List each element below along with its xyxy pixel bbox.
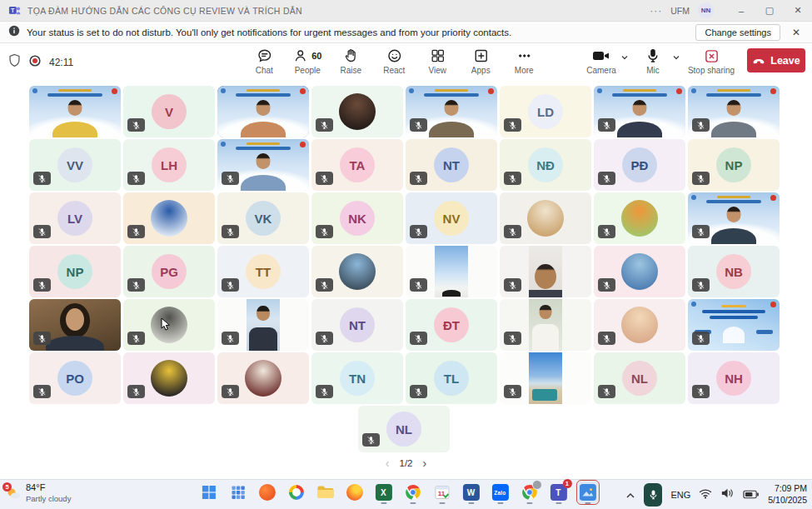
toolbar-people-button[interactable]: 60People bbox=[289, 47, 326, 75]
participant-tile[interactable]: TL bbox=[406, 352, 497, 404]
taskbar-chrome-icon[interactable] bbox=[402, 482, 422, 503]
participant-tile[interactable] bbox=[500, 246, 591, 297]
toolbar-view-button[interactable]: View bbox=[419, 47, 456, 75]
camera-button[interactable]: Camera bbox=[582, 47, 620, 75]
participant-tile[interactable]: NB bbox=[688, 246, 780, 297]
running-indicator bbox=[497, 502, 503, 505]
participant-tile[interactable] bbox=[500, 192, 591, 244]
participant-tile[interactable]: LH bbox=[123, 139, 215, 191]
taskbar-start-icon[interactable] bbox=[198, 482, 218, 503]
participant-initials: NH bbox=[716, 361, 751, 396]
participant-tile[interactable] bbox=[311, 86, 403, 137]
participant-tile[interactable]: NV bbox=[406, 192, 497, 244]
participant-tile[interactable]: PO bbox=[29, 352, 121, 404]
participant-tile[interactable]: TN bbox=[311, 352, 403, 404]
mic-button[interactable]: Mic bbox=[634, 47, 672, 75]
change-settings-button[interactable]: Change settings bbox=[695, 24, 780, 41]
taskbar-google-icon[interactable] bbox=[286, 482, 306, 503]
tray-chevron-up-icon[interactable] bbox=[625, 487, 635, 502]
camera-options-chevron-icon[interactable] bbox=[620, 47, 629, 67]
minimize-button[interactable]: – bbox=[727, 0, 755, 22]
gallery-pagination: ‹ 1/2 › bbox=[0, 457, 812, 469]
toolbar-more-button[interactable]: More bbox=[506, 47, 542, 75]
weather-temp: 84°F bbox=[26, 482, 71, 494]
participant-tile[interactable] bbox=[500, 352, 591, 404]
participant-tile[interactable]: NĐ bbox=[500, 139, 591, 191]
close-button[interactable]: ✕ bbox=[784, 0, 812, 22]
participant-tile[interactable]: LV bbox=[29, 192, 121, 244]
participant-tile[interactable] bbox=[123, 352, 215, 404]
participant-tile[interactable]: VK bbox=[217, 192, 309, 244]
maximize-button[interactable]: ▢ bbox=[755, 0, 784, 22]
participant-tile[interactable]: NH bbox=[688, 352, 780, 404]
taskbar-app-grid-icon[interactable] bbox=[227, 482, 247, 503]
taskbar-todo-calendar-icon[interactable]: 11 bbox=[431, 482, 451, 503]
language-indicator[interactable]: ENG bbox=[670, 490, 690, 500]
participant-video bbox=[29, 86, 121, 137]
taskbar-word-icon[interactable]: W bbox=[461, 482, 481, 503]
participant-tile[interactable] bbox=[217, 299, 309, 351]
clock[interactable]: 7:09 PM 5/10/2025 bbox=[768, 483, 807, 506]
taskbar-file-explorer-icon[interactable] bbox=[315, 482, 335, 503]
notification-close-icon[interactable]: ✕ bbox=[792, 27, 800, 38]
participant-tile[interactable]: VV bbox=[29, 139, 121, 191]
toolbar-chat-button[interactable]: Chat bbox=[246, 47, 282, 75]
battery-icon[interactable] bbox=[743, 487, 760, 502]
weather-widget[interactable]: 5 84°F Partly cloudy bbox=[5, 482, 71, 504]
page-prev-icon[interactable]: ‹ bbox=[386, 457, 390, 469]
taskbar-chrome-profile-icon[interactable] bbox=[519, 482, 539, 503]
muted-mic-icon bbox=[410, 172, 427, 185]
participant-tile[interactable]: NP bbox=[29, 246, 121, 297]
toolbar-react-button[interactable]: React bbox=[376, 47, 412, 75]
participant-initials: VK bbox=[246, 201, 281, 236]
participant-tile[interactable] bbox=[594, 86, 685, 137]
participant-tile[interactable]: NL bbox=[594, 352, 685, 404]
participant-tile[interactable] bbox=[311, 246, 403, 297]
participant-tile[interactable] bbox=[688, 299, 780, 351]
taskbar-photos-icon[interactable] bbox=[577, 482, 597, 503]
taskbar-teams-icon[interactable]: T1 bbox=[548, 482, 568, 503]
participant-tile[interactable]: V bbox=[123, 86, 215, 137]
leave-button[interactable]: Leave bbox=[747, 48, 805, 72]
user-avatar[interactable]: NN bbox=[698, 2, 714, 18]
participant-tile[interactable] bbox=[217, 352, 309, 404]
participant-tile[interactable]: PG bbox=[123, 246, 215, 297]
page-next-icon[interactable]: › bbox=[423, 457, 427, 469]
participant-tile[interactable]: LD bbox=[500, 86, 591, 137]
participant-tile[interactable] bbox=[594, 192, 685, 244]
participant-tile[interactable]: NK bbox=[311, 192, 403, 244]
participant-tile[interactable] bbox=[406, 86, 497, 137]
participant-tile[interactable] bbox=[123, 192, 215, 244]
taskbar-zalo-icon[interactable]: Zalo bbox=[490, 482, 510, 503]
titlebar-more-button[interactable]: ··· bbox=[641, 5, 670, 17]
participant-tile[interactable]: NT bbox=[406, 139, 497, 191]
toolbar-raise-button[interactable]: Raise bbox=[332, 47, 369, 75]
participant-tile[interactable]: ĐT bbox=[406, 299, 497, 351]
participant-tile[interactable]: NL bbox=[358, 406, 450, 452]
mic-options-chevron-icon[interactable] bbox=[672, 47, 680, 67]
participant-tile[interactable]: PĐ bbox=[594, 139, 685, 191]
participant-tile[interactable]: TA bbox=[311, 139, 403, 191]
participant-tile[interactable] bbox=[29, 299, 121, 351]
tray-mic-icon[interactable] bbox=[644, 483, 662, 507]
participant-tile[interactable] bbox=[217, 86, 309, 137]
participant-tile[interactable] bbox=[406, 246, 497, 297]
taskbar-firefox-icon[interactable] bbox=[344, 482, 364, 503]
participant-tile[interactable] bbox=[688, 192, 780, 244]
participant-tile[interactable]: NT bbox=[311, 299, 403, 351]
participant-tile[interactable] bbox=[500, 299, 591, 351]
participant-tile[interactable]: TT bbox=[217, 246, 309, 297]
toolbar-apps-button[interactable]: Apps bbox=[462, 47, 499, 75]
participant-tile[interactable] bbox=[688, 86, 780, 137]
participant-tile[interactable] bbox=[594, 299, 685, 351]
participant-tile[interactable] bbox=[217, 139, 309, 191]
participant-tile[interactable]: NP bbox=[688, 139, 780, 191]
volume-icon[interactable] bbox=[720, 487, 735, 502]
taskbar-browser-orange-icon[interactable] bbox=[257, 482, 276, 503]
stop-sharing-button[interactable]: Stop sharing bbox=[685, 47, 737, 75]
participant-tile[interactable] bbox=[594, 246, 685, 297]
wifi-icon[interactable] bbox=[699, 487, 712, 502]
taskbar-excel-icon[interactable]: X bbox=[373, 482, 393, 503]
participant-tile[interactable] bbox=[29, 86, 121, 137]
meeting-timer: 42:11 bbox=[49, 57, 73, 68]
